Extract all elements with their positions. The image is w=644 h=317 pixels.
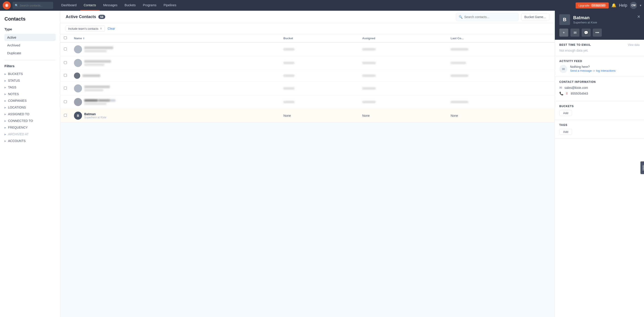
avatar[interactable]: CM [630,2,637,9]
blurred-lastco [450,101,468,103]
blurred-bucket [283,48,294,50]
sort-icon: ⬆ [83,37,85,40]
table-row[interactable] [60,56,554,70]
email-action-button[interactable]: ✉ [570,28,580,37]
bucket-game-button[interactable]: Bucket Game... [521,14,549,20]
tags-title: TAGS [559,123,640,127]
add-bucket-button[interactable]: Add [559,110,572,116]
filter-frequency-label: FREQUENCY [8,126,28,129]
contacts-heading: Active Contacts 58 [66,14,105,19]
blurred-bucket [283,74,294,77]
header-right: 🔍 Bucket Game... [456,13,549,21]
chevron-right-icon: ▶ [4,86,6,89]
filter-companies[interactable]: ▶ COMPANIES [4,97,56,104]
filter-locations-label: LOCATIONS [8,106,26,109]
batman-row[interactable]: B Batman Superhero at Kixie None None No… [60,109,554,123]
blurred-bucket [283,101,294,103]
phone-grid-icon: ⠿ [566,92,568,95]
nav-buckets[interactable]: Buckets [121,0,140,11]
chevron-right-icon: ▶ [4,73,6,75]
type-active[interactable]: Active [4,34,56,41]
nav-pipelines[interactable]: Pipelines [160,0,180,11]
filter-accounts[interactable]: ▶ ACCOUNTS [4,137,56,144]
nav-programs[interactable]: Programs [139,0,160,11]
blurred-assigned [362,62,376,64]
view-data-link[interactable]: View data [628,43,640,46]
column-bucket: Bucket [280,34,359,42]
filter-notes[interactable]: ▶ NOTES [4,91,56,97]
contacts-search[interactable]: 🔍 [456,13,518,21]
row-checkbox[interactable] [64,114,67,117]
type-duplicate[interactable]: Duplicate [4,49,56,57]
help-button[interactable]: Help [619,3,627,8]
avatar [74,98,82,106]
filter-status-label: STATUS [8,79,20,82]
column-name[interactable]: Name ⬆ [70,34,280,42]
avatar-chevron-icon[interactable]: ▾ [640,3,641,7]
table-row[interactable] [60,95,554,109]
blurred-assigned [362,74,376,77]
filter-archived-at[interactable]: ▶ ARCHIVED AT [4,131,56,137]
main-layout: Contacts Type Active Archived Duplicate … [0,11,644,317]
nav-messages[interactable]: Messages [100,0,121,11]
name-cell: B Batman Superhero at Kixie [74,112,276,120]
search-icon: 🔍 [459,15,462,19]
filter-connected-to[interactable]: ▶ CONNECTED TO [4,117,56,124]
activity-mail-icon: ✉ [559,65,567,73]
add-action-button[interactable]: + [559,28,568,37]
upgrade-button[interactable]: Upgrade 14 days left [576,2,609,8]
nav-contacts[interactable]: Contacts [80,0,100,11]
filter-assigned-label: ASSIGNED TO [8,112,29,116]
table-container: Name ⬆ Bucket Assigned Last Co... [60,34,554,317]
send-message-link[interactable]: Send a message [570,69,592,72]
panel-avatar: B [559,14,570,25]
filter-buckets[interactable]: ▶ BUCKETS [4,70,56,77]
log-interactions-link[interactable]: log interactions [596,69,616,72]
blurred-lastco [450,62,466,64]
type-label: Type [4,27,56,31]
help-tab[interactable]: Help [641,161,644,174]
filter-tags[interactable]: ▶ TAGS [4,84,56,91]
add-tag-button[interactable]: Add [559,129,572,135]
filter-status[interactable]: ▶ STATUS [4,77,56,84]
row-checkbox[interactable] [64,61,67,64]
content-header: Active Contacts 58 🔍 Bucket Game... [60,11,554,23]
nav-dashboard[interactable]: Dashboard [58,0,80,11]
close-panel-button[interactable]: ✕ [637,14,640,19]
global-search[interactable]: 🔍 [12,2,53,9]
table-row[interactable] [60,42,554,56]
more-actions-button[interactable]: ••• [593,28,602,37]
blurred-lastco [450,74,468,77]
buckets-title: BUCKETS [559,105,640,108]
chevron-right-icon: ▶ [4,126,6,129]
filter-frequency[interactable]: ▶ FREQUENCY [4,124,56,131]
table-row[interactable] [60,70,554,82]
panel-contact-info: Batman Superhero at Kixie [573,15,597,24]
contact-info-title: CONTACT INFORMATION [559,80,640,83]
type-archived[interactable]: Archived [4,41,56,49]
nav-right: Upgrade 14 days left 🔔 Help CM ▾ [576,2,641,9]
notifications-button[interactable]: 🔔 [612,3,616,8]
row-checkbox[interactable] [64,74,67,77]
clear-filters-button[interactable]: Clear [108,27,115,30]
logo[interactable] [3,1,11,9]
blurred-assigned [362,48,376,50]
search-input[interactable] [20,4,51,7]
blurred-assigned [362,87,376,89]
contacts-search-input[interactable] [464,15,516,19]
remove-filter-icon[interactable]: ✕ [100,27,102,30]
blurred-bucket [283,87,294,89]
message-action-button[interactable]: 💬 [582,28,590,37]
contacts-heading-text: Active Contacts [66,14,96,19]
filter-locations[interactable]: ▶ LOCATIONS [4,104,56,111]
avatar [74,45,82,53]
row-checkbox[interactable] [64,87,67,89]
row-checkbox[interactable] [64,100,67,103]
table-row[interactable] [60,82,554,95]
row-checkbox[interactable] [64,47,67,50]
chevron-right-icon: ▶ [4,113,6,115]
blurred-assigned [362,101,376,103]
blurred-name [84,60,111,63]
select-all-checkbox[interactable] [64,36,67,39]
filter-assigned-to[interactable]: ▶ ASSIGNED TO [4,111,56,117]
